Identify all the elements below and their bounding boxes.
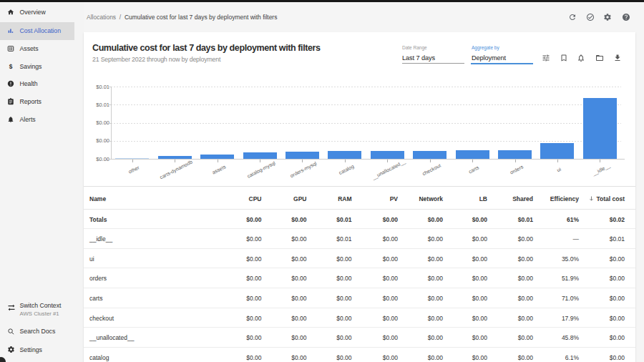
svg-text:$: $ — [9, 63, 13, 70]
